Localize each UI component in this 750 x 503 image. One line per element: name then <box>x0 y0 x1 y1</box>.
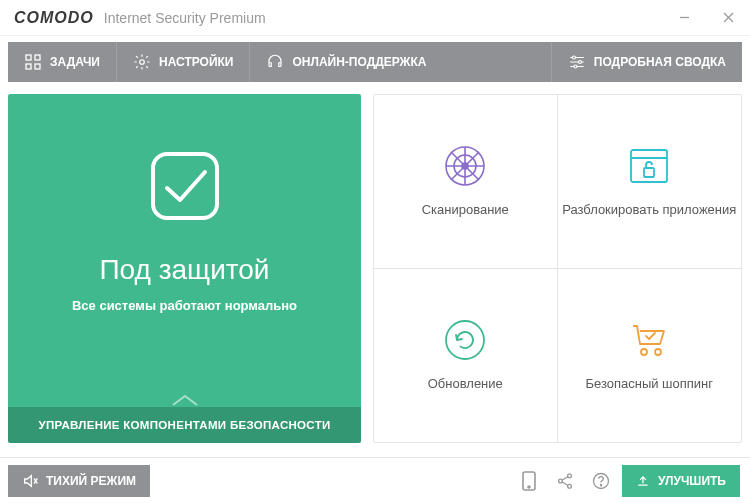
status-title: Под защитой <box>99 254 269 286</box>
svg-rect-13 <box>644 168 654 177</box>
spacer <box>442 42 550 82</box>
nav-summary[interactable]: ПОДРОБНАЯ СВОДКА <box>552 42 742 82</box>
shopping-cart-icon <box>627 318 671 362</box>
share-icon[interactable] <box>550 466 580 496</box>
gear-icon <box>133 53 151 71</box>
manage-components-button[interactable]: УПРАВЛЕНИЕ КОМПОНЕНТАМИ БЕЗОПАСНОСТИ <box>8 407 361 443</box>
manage-components-label: УПРАВЛЕНИЕ КОМПОНЕНТАМИ БЕЗОПАСНОСТИ <box>38 419 330 431</box>
mobile-icon[interactable] <box>514 466 544 496</box>
svg-point-4 <box>140 60 145 65</box>
tile-scan[interactable]: Сканирование <box>374 95 558 269</box>
sliders-icon <box>568 53 586 71</box>
upload-icon <box>636 474 650 488</box>
nav-summary-label: ПОДРОБНАЯ СВОДКА <box>594 55 726 69</box>
tile-update[interactable]: Обновление <box>374 269 558 443</box>
tile-shopping-label: Безопасный шоппинг <box>585 376 713 393</box>
svg-rect-2 <box>26 64 31 69</box>
main-toolbar: ЗАДАЧИ НАСТРОЙКИ ОНЛАЙН-ПОДДЕРЖКА ПОДРОБ… <box>8 42 742 82</box>
svg-point-15 <box>641 349 647 355</box>
scan-target-icon <box>443 144 487 188</box>
headset-icon <box>266 53 284 71</box>
shield-check-icon <box>137 140 233 236</box>
upgrade-label: УЛУЧШИТЬ <box>658 474 726 488</box>
tile-update-label: Обновление <box>428 376 503 393</box>
content-area: Под защитой Все системы работают нормаль… <box>0 82 750 455</box>
tile-unblock-label: Разблокировать приложения <box>562 202 736 219</box>
unlock-window-icon <box>627 144 671 188</box>
silent-mode-button[interactable]: ТИХИЙ РЕЖИМ <box>8 465 150 497</box>
svg-point-16 <box>655 349 661 355</box>
svg-rect-1 <box>35 55 40 60</box>
product-name: Internet Security Premium <box>104 10 266 26</box>
nav-tasks[interactable]: ЗАДАЧИ <box>8 42 116 82</box>
svg-point-6 <box>578 61 581 64</box>
minimize-button[interactable] <box>662 0 706 36</box>
svg-rect-8 <box>153 154 217 218</box>
window-controls <box>662 0 750 36</box>
svg-point-5 <box>572 56 575 59</box>
svg-point-23 <box>600 484 601 485</box>
nav-tasks-label: ЗАДАЧИ <box>50 55 100 69</box>
refresh-icon <box>443 318 487 362</box>
tiles-grid: Сканирование Разблокировать приложения <box>373 94 742 443</box>
brand-logo: COMODO <box>14 9 94 27</box>
help-icon[interactable] <box>586 466 616 496</box>
nav-support-label: ОНЛАЙН-ПОДДЕРЖКА <box>292 55 426 69</box>
silent-mode-label: ТИХИЙ РЕЖИМ <box>46 474 136 488</box>
svg-point-7 <box>574 65 577 68</box>
tile-shopping[interactable]: Безопасный шоппинг <box>558 269 742 443</box>
nav-support[interactable]: ОНЛАЙН-ПОДДЕРЖКА <box>250 42 442 82</box>
footer-bar: ТИХИЙ РЕЖИМ УЛУЧШИТЬ <box>0 457 750 503</box>
close-button[interactable] <box>706 0 750 36</box>
nav-settings-label: НАСТРОЙКИ <box>159 55 233 69</box>
svg-point-18 <box>528 486 530 488</box>
svg-point-14 <box>446 321 484 359</box>
status-subtitle: Все системы работают нормально <box>72 298 297 313</box>
upgrade-button[interactable]: УЛУЧШИТЬ <box>622 465 740 497</box>
grid-icon <box>24 53 42 71</box>
mute-icon <box>22 473 38 489</box>
status-panel: Под защитой Все системы работают нормаль… <box>8 94 361 443</box>
chevron-up-icon[interactable] <box>171 393 199 407</box>
title-bar: COMODO Internet Security Premium <box>0 0 750 36</box>
tile-scan-label: Сканирование <box>422 202 509 219</box>
svg-rect-3 <box>35 64 40 69</box>
tile-unblock[interactable]: Разблокировать приложения <box>558 95 742 269</box>
nav-settings[interactable]: НАСТРОЙКИ <box>117 42 249 82</box>
svg-rect-0 <box>26 55 31 60</box>
